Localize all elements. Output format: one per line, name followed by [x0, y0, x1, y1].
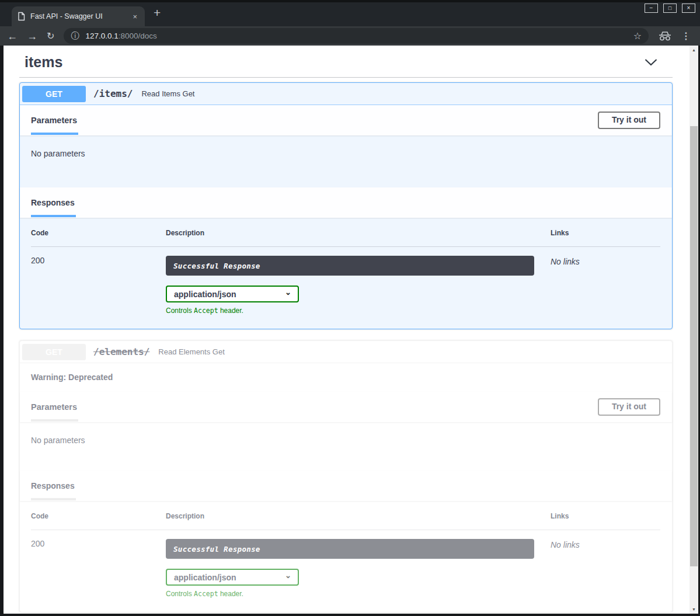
responses-title: Responses: [31, 198, 75, 207]
parameters-title: Parameters: [31, 116, 77, 125]
description-column-header: Description: [166, 229, 551, 237]
tab-title: Fast API - Swagger UI: [30, 12, 131, 20]
response-code: 200: [31, 539, 166, 598]
window-controls: − □ ×: [645, 4, 695, 13]
incognito-icon[interactable]: [658, 31, 672, 41]
code-column-header: Code: [31, 512, 166, 520]
response-code: 200: [31, 256, 166, 315]
no-parameters-text: No parameters: [31, 436, 85, 445]
description-column-header: Description: [166, 512, 551, 520]
browser-tab[interactable]: Fast API - Swagger UI ×: [12, 6, 145, 26]
no-links-text: No links: [551, 256, 660, 266]
scrollbar-up-icon[interactable]: ▲: [689, 46, 698, 54]
try-it-out-button[interactable]: Try it out: [598, 112, 660, 128]
media-type-value: application/json: [174, 290, 236, 299]
page-scrollbar[interactable]: ▲ ▼: [689, 46, 698, 614]
code-column-header: Code: [31, 229, 166, 237]
media-type-select[interactable]: application/json ⌄: [166, 569, 299, 586]
swagger-page: items GET /items/ Read Items Get Paramet…: [4, 46, 689, 614]
new-tab-button[interactable]: +: [154, 6, 161, 19]
parameters-body: No parameters: [20, 422, 672, 471]
parameters-header: Parameters Try it out: [20, 105, 672, 135]
browser-toolbar: ← → ↻ ⓘ 127.0.0.1:8000/docs ☆ ⋮: [0, 26, 700, 46]
opblock-get-elements-deprecated: GET /elements/ Read Elements Get Warning…: [19, 340, 673, 612]
opblock-header[interactable]: GET /items/ Read Items Get: [20, 83, 672, 105]
parameters-body: No parameters: [20, 135, 672, 187]
url-path: :8000/docs: [119, 32, 157, 40]
forward-icon[interactable]: →: [27, 31, 37, 41]
window-frame-top: [0, 0, 700, 2]
deprecated-warning: Warning: Deprecated: [20, 363, 672, 392]
collapse-chevron-down-icon[interactable]: [644, 58, 658, 66]
method-badge: GET: [22, 86, 86, 102]
url-host: 127.0.0.1: [85, 32, 118, 40]
bookmark-star-icon[interactable]: ☆: [633, 30, 642, 41]
responses-table-header: Code Description Links: [31, 512, 660, 530]
endpoint-path: /elements/: [93, 346, 149, 357]
accept-header-note: Controls Accept header.: [166, 590, 534, 598]
opblock-header[interactable]: GET /elements/ Read Elements Get: [20, 341, 672, 363]
browser-titlebar: Fast API - Swagger UI × + − □ ×: [0, 0, 700, 26]
maximize-button[interactable]: □: [663, 4, 677, 13]
method-badge: GET: [22, 344, 86, 360]
minimize-button[interactable]: −: [645, 4, 658, 13]
tab-close-icon[interactable]: ×: [131, 12, 139, 21]
parameters-title: Parameters: [31, 402, 77, 412]
opblock-get-items: GET /items/ Read Items Get Parameters Tr…: [19, 82, 673, 329]
browser-menu-icon[interactable]: ⋮: [681, 30, 691, 41]
responses-title: Responses: [31, 481, 75, 490]
links-column-header: Links: [551, 229, 660, 237]
page-content: items GET /items/ Read Items Get Paramet…: [4, 46, 698, 614]
responses-header: Responses: [20, 471, 672, 501]
tag-title: items: [25, 54, 62, 71]
address-bar[interactable]: ⓘ 127.0.0.1:8000/docs ☆: [64, 28, 649, 44]
back-icon[interactable]: ←: [7, 31, 18, 41]
scrollbar-thumb[interactable]: [690, 126, 698, 566]
no-links-text: No links: [551, 539, 660, 549]
response-row-200: 200 Successful Response application/json…: [31, 530, 660, 598]
page-favicon-icon: [18, 12, 25, 21]
try-it-out-button[interactable]: Try it out: [598, 398, 660, 415]
parameters-header: Parameters Try it out: [20, 392, 672, 422]
no-parameters-text: No parameters: [31, 149, 85, 158]
response-row-200: 200 Successful Response application/json…: [31, 247, 660, 315]
site-info-icon[interactable]: ⓘ: [71, 31, 79, 41]
accept-header-note: Controls Accept header.: [166, 307, 534, 315]
responses-header: Responses: [20, 187, 672, 218]
media-type-select[interactable]: application/json ⌄: [166, 286, 299, 302]
url-text: 127.0.0.1:8000/docs: [85, 32, 156, 40]
endpoint-summary: Read Items Get: [141, 89, 194, 98]
scrollbar-down-icon[interactable]: ▼: [689, 605, 698, 614]
tag-section-header: items: [19, 50, 673, 78]
endpoint-summary: Read Elements Get: [158, 347, 224, 356]
response-description-box: Successful Response: [166, 539, 534, 559]
responses-table-header: Code Description Links: [31, 229, 660, 247]
reload-icon[interactable]: ↻: [47, 32, 54, 41]
media-type-value: application/json: [174, 573, 236, 582]
links-column-header: Links: [551, 512, 660, 520]
close-button[interactable]: ×: [682, 4, 695, 13]
endpoint-path: /items/: [93, 88, 133, 99]
response-description-box: Successful Response: [166, 256, 534, 276]
responses-body: Code Description Links 200 Successful Re…: [20, 501, 672, 612]
responses-body: Code Description Links 200 Successful Re…: [20, 218, 672, 329]
